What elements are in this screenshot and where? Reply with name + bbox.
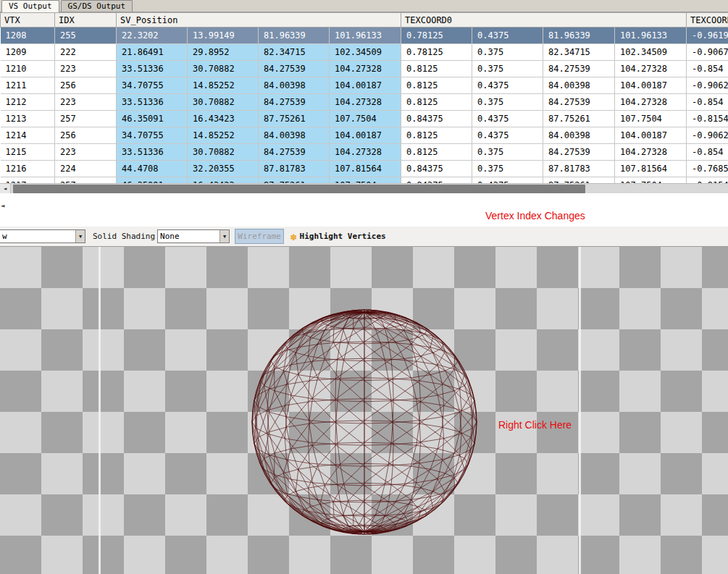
- table-cell[interactable]: 84.27539: [543, 94, 615, 111]
- table-cell[interactable]: -0.9062: [687, 127, 728, 144]
- table-cell[interactable]: 104.00187: [330, 127, 401, 144]
- table-cell[interactable]: 0.4375: [472, 77, 543, 94]
- table-cell[interactable]: 101.96133: [330, 28, 401, 44]
- table-cell[interactable]: 0.8125: [401, 127, 472, 144]
- table-cell[interactable]: 0.78125: [401, 28, 472, 44]
- table-cell[interactable]: 0.4375: [472, 177, 543, 184]
- table-cell[interactable]: 87.75261: [259, 177, 330, 184]
- horizontal-scrollbar[interactable]: ◄: [0, 183, 728, 193]
- table-cell[interactable]: 84.00398: [259, 127, 330, 144]
- table-cell[interactable]: 0.375: [472, 44, 543, 61]
- table-cell[interactable]: -0.8154: [687, 177, 728, 184]
- table-cell[interactable]: 30.70882: [188, 144, 259, 161]
- table-cell[interactable]: 255: [55, 28, 117, 44]
- table-cell[interactable]: 1208: [1, 28, 55, 44]
- table-cell[interactable]: 1215: [1, 144, 55, 161]
- table-cell[interactable]: 104.27328: [615, 94, 687, 111]
- table-cell[interactable]: 21.86491: [117, 44, 188, 61]
- table-cell[interactable]: 104.00187: [615, 127, 687, 144]
- table-cell[interactable]: 0.375: [472, 144, 543, 161]
- table-cell[interactable]: 0.84375: [401, 111, 472, 127]
- table-cell[interactable]: -0.9619: [687, 28, 728, 44]
- table-cell[interactable]: 224: [55, 161, 117, 177]
- table-cell[interactable]: 1212: [1, 94, 55, 111]
- table-cell[interactable]: 104.27328: [330, 144, 401, 161]
- table-cell[interactable]: 0.8125: [401, 77, 472, 94]
- table-cell[interactable]: 84.27539: [259, 94, 330, 111]
- table-cell[interactable]: 44.4708: [117, 161, 188, 177]
- table-cell[interactable]: 102.34509: [615, 44, 687, 61]
- table-cell[interactable]: 30.70882: [188, 61, 259, 77]
- table-cell[interactable]: 84.27539: [543, 61, 615, 77]
- scroll-left-icon-small[interactable]: ◄: [1, 202, 4, 209]
- pane-splitter-left[interactable]: [99, 247, 101, 574]
- table-cell[interactable]: 1211: [1, 77, 55, 94]
- table-cell[interactable]: 16.43423: [188, 177, 259, 184]
- table-cell[interactable]: 1213: [1, 111, 55, 127]
- table-cell[interactable]: 84.00398: [543, 77, 615, 94]
- solid-shading-select[interactable]: None ▼: [157, 229, 230, 243]
- table-cell[interactable]: -0.7685: [687, 161, 728, 177]
- table-cell[interactable]: 0.8125: [401, 61, 472, 77]
- table-cell[interactable]: 107.81564: [615, 161, 687, 177]
- table-cell[interactable]: 0.8125: [401, 144, 472, 161]
- table-cell[interactable]: 87.81783: [259, 161, 330, 177]
- table-cell[interactable]: 84.27539: [543, 144, 615, 161]
- table-row[interactable]: 121325746.3509116.4342387.75261107.75040…: [1, 111, 728, 127]
- table-row[interactable]: 121125634.7075514.8525284.00398104.00187…: [1, 77, 728, 94]
- col-header-texcoord0[interactable]: TEXCOORD0: [401, 13, 687, 28]
- table-cell[interactable]: 101.96133: [615, 28, 687, 44]
- table-cell[interactable]: 0.4375: [472, 111, 543, 127]
- table-cell[interactable]: 104.00187: [615, 77, 687, 94]
- table-cell[interactable]: 1216: [1, 161, 55, 177]
- table-cell[interactable]: -0.854: [687, 61, 728, 77]
- table-cell[interactable]: 107.7504: [330, 177, 401, 184]
- table-cell[interactable]: 0.78125: [401, 44, 472, 61]
- table-cell[interactable]: 84.00398: [259, 77, 330, 94]
- wireframe-button[interactable]: Wireframe: [235, 229, 284, 244]
- table-cell[interactable]: 81.96339: [259, 28, 330, 44]
- table-cell[interactable]: 84.27539: [259, 61, 330, 77]
- table-cell[interactable]: 104.27328: [615, 144, 687, 161]
- table-cell[interactable]: 0.8125: [401, 94, 472, 111]
- table-cell[interactable]: 87.81783: [543, 161, 615, 177]
- table-cell[interactable]: 1217: [1, 177, 55, 184]
- table-cell[interactable]: 1210: [1, 61, 55, 77]
- table-cell[interactable]: 257: [55, 111, 117, 127]
- table-cell[interactable]: 87.75261: [543, 177, 615, 184]
- table-cell[interactable]: 223: [55, 144, 117, 161]
- table-cell[interactable]: 223: [55, 94, 117, 111]
- table-cell[interactable]: 30.70882: [188, 94, 259, 111]
- table-cell[interactable]: 256: [55, 77, 117, 94]
- table-cell[interactable]: 87.75261: [543, 111, 615, 127]
- col-header-vtx[interactable]: VTX: [1, 13, 55, 28]
- table-cell[interactable]: 104.27328: [615, 61, 687, 77]
- table-cell[interactable]: 0.84375: [401, 161, 472, 177]
- table-cell[interactable]: 0.375: [472, 94, 543, 111]
- table-cell[interactable]: 223: [55, 61, 117, 77]
- table-cell[interactable]: 29.8952: [188, 44, 259, 61]
- table-cell[interactable]: 0.375: [472, 161, 543, 177]
- table-cell[interactable]: 87.75261: [259, 111, 330, 127]
- table-row[interactable]: 121725746.3509116.4342387.75261107.75040…: [1, 177, 728, 184]
- table-cell[interactable]: 1214: [1, 127, 55, 144]
- scroll-left-icon[interactable]: ◄: [0, 184, 11, 194]
- view-mode-select[interactable]: w ▼: [0, 229, 85, 243]
- chevron-down-icon[interactable]: ▼: [219, 230, 229, 242]
- table-cell[interactable]: 0.375: [472, 61, 543, 77]
- mesh-preview-viewport[interactable]: Right Click Here: [0, 247, 728, 574]
- table-cell[interactable]: 107.7504: [615, 177, 687, 184]
- table-cell[interactable]: 13.99149: [188, 28, 259, 44]
- scrollbar-thumb[interactable]: [13, 185, 585, 193]
- pane-splitter-right[interactable]: [579, 247, 581, 574]
- col-header-sv-position[interactable]: SV_Position: [117, 13, 401, 28]
- table-cell[interactable]: 82.34715: [259, 44, 330, 61]
- table-cell[interactable]: 81.96339: [543, 28, 615, 44]
- table-cell[interactable]: 102.34509: [330, 44, 401, 61]
- table-cell[interactable]: 104.27328: [330, 94, 401, 111]
- table-cell[interactable]: -0.9062: [687, 77, 728, 94]
- table-cell[interactable]: 32.20355: [188, 161, 259, 177]
- table-cell[interactable]: 0.84375: [401, 177, 472, 184]
- table-cell[interactable]: 34.70755: [117, 77, 188, 94]
- table-cell[interactable]: 107.7504: [615, 111, 687, 127]
